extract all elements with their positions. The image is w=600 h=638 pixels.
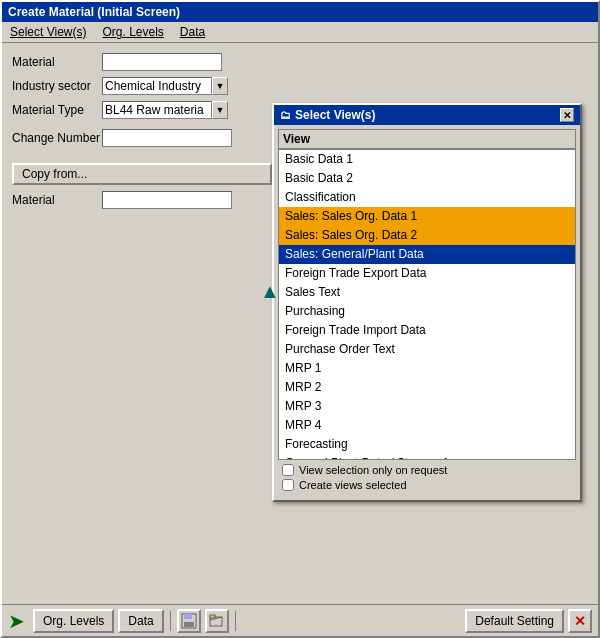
- window-title: Create Material (Initial Screen): [8, 5, 180, 19]
- industry-sector-row: Industry sector ▼: [12, 77, 588, 95]
- menu-bar: Select View(s) Org. Levels Data: [2, 22, 598, 43]
- toolbar-separator-1: [170, 611, 171, 631]
- list-item[interactable]: Classification: [279, 188, 575, 207]
- close-button[interactable]: ✕: [568, 609, 592, 633]
- content-area: Material Industry sector ▼ Material Type…: [2, 43, 598, 604]
- industry-sector-field[interactable]: [102, 77, 212, 95]
- view-column-header: View: [278, 129, 576, 150]
- view-selection-checkbox[interactable]: [282, 464, 294, 476]
- change-number-label: Change Number: [12, 131, 102, 145]
- list-item[interactable]: Purchase Order Text: [279, 340, 575, 359]
- open-icon-btn[interactable]: [205, 609, 229, 633]
- list-item[interactable]: Foreign Trade Import Data: [279, 321, 575, 340]
- dialog-title: Select View(s): [295, 108, 375, 122]
- checkbox-row-2: Create views selected: [282, 479, 572, 491]
- list-item[interactable]: MRP 1: [279, 359, 575, 378]
- view-selection-label: View selection only on request: [299, 464, 447, 476]
- list-item[interactable]: Forecasting: [279, 435, 575, 454]
- industry-sector-dropdown-btn[interactable]: ▼: [212, 77, 228, 95]
- menu-select-views[interactable]: Select View(s): [10, 25, 86, 39]
- checkbox-row-1: View selection only on request: [282, 464, 572, 476]
- svg-rect-1: [184, 614, 192, 619]
- industry-sector-label: Industry sector: [12, 79, 102, 93]
- main-window: Create Material (Initial Screen) Select …: [0, 0, 600, 638]
- menu-data[interactable]: Data: [180, 25, 205, 39]
- list-item[interactable]: Basic Data 2: [279, 169, 575, 188]
- save-icon-btn[interactable]: [177, 609, 201, 633]
- list-item[interactable]: MRP 2: [279, 378, 575, 397]
- data-button[interactable]: Data: [118, 609, 163, 633]
- create-views-label: Create views selected: [299, 479, 407, 491]
- save-icon: [181, 613, 197, 629]
- change-number-input[interactable]: [102, 129, 232, 147]
- svg-rect-2: [184, 622, 194, 627]
- green-arrow-icon: ➤: [8, 609, 25, 633]
- material-type-select-wrapper: ▼: [102, 101, 228, 119]
- material-type-field[interactable]: [102, 101, 212, 119]
- dialog-content: View Basic Data 1 Basic Data 2 Classific…: [274, 125, 580, 500]
- material-row: Material: [12, 53, 588, 71]
- list-item[interactable]: General Plant Data / Storage 1: [279, 454, 575, 460]
- list-item-sales-org-1[interactable]: Sales: Sales Org. Data 1: [279, 207, 575, 226]
- default-setting-button[interactable]: Default Setting: [465, 609, 564, 633]
- copy-from-button[interactable]: Copy from...: [12, 163, 272, 185]
- list-item-sales-org-2[interactable]: Sales: Sales Org. Data 2: [279, 226, 575, 245]
- dialog-close-button[interactable]: ✕: [560, 108, 574, 122]
- svg-rect-4: [210, 615, 215, 618]
- material-input[interactable]: [102, 53, 222, 71]
- bottom-toolbar: ➤ Org. Levels Data Default Setting ✕: [2, 604, 598, 636]
- open-icon: [209, 613, 225, 629]
- copy-material-label: Material: [12, 193, 102, 207]
- create-views-checkbox[interactable]: [282, 479, 294, 491]
- checkbox-area: View selection only on request Create vi…: [278, 460, 576, 496]
- view-header-label: View: [283, 132, 310, 146]
- dialog-icon: 🗂: [280, 109, 291, 121]
- select-views-dialog: 🗂 Select View(s) ✕ View Basic Data 1 Bas…: [272, 103, 582, 502]
- copy-material-input[interactable]: [102, 191, 232, 209]
- list-item[interactable]: Sales Text: [279, 283, 575, 302]
- material-type-dropdown-btn[interactable]: ▼: [212, 101, 228, 119]
- material-type-label: Material Type: [12, 103, 102, 117]
- list-item[interactable]: MRP 4: [279, 416, 575, 435]
- toolbar-separator-2: [235, 611, 236, 631]
- org-levels-button[interactable]: Org. Levels: [33, 609, 114, 633]
- dialog-title-container: 🗂 Select View(s): [280, 108, 375, 122]
- list-item[interactable]: MRP 3: [279, 397, 575, 416]
- industry-sector-select-wrapper: ▼: [102, 77, 228, 95]
- list-item[interactable]: Purchasing: [279, 302, 575, 321]
- material-label: Material: [12, 55, 102, 69]
- list-item[interactable]: Basic Data 1: [279, 150, 575, 169]
- list-item-sales-general[interactable]: Sales: General/Plant Data: [279, 245, 575, 264]
- title-bar: Create Material (Initial Screen): [2, 2, 598, 22]
- views-list[interactable]: Basic Data 1 Basic Data 2 Classification…: [278, 150, 576, 460]
- dialog-title-bar: 🗂 Select View(s) ✕: [274, 105, 580, 125]
- arrow-indicator: ▲: [260, 280, 280, 303]
- menu-org-levels[interactable]: Org. Levels: [102, 25, 163, 39]
- list-item[interactable]: Foreign Trade Export Data: [279, 264, 575, 283]
